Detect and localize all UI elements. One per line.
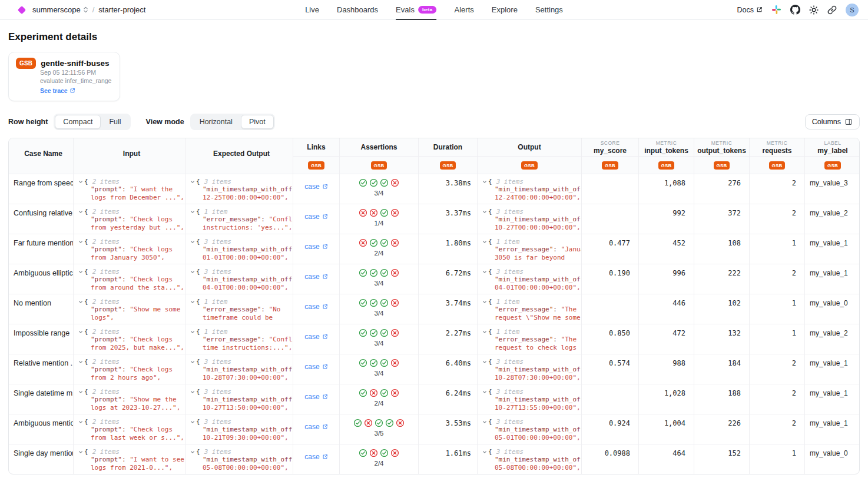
json-value: logs from 2021-0...",	[91, 464, 173, 472]
expander-chevron-icon[interactable]	[190, 270, 195, 274]
json-item-count: 3 items	[496, 358, 524, 366]
expander-chevron-icon[interactable]	[78, 420, 83, 424]
column-kicker: METRIC	[639, 140, 694, 146]
expander-chevron-icon[interactable]	[78, 330, 83, 334]
expander-chevron-icon[interactable]	[482, 360, 487, 364]
json-value: "Check logs	[130, 426, 173, 433]
case-name-cell: No mention	[9, 294, 74, 324]
expander-chevron-icon[interactable]	[190, 180, 195, 184]
json-line: "prompt": "Check logs	[91, 245, 185, 254]
json-item-count: 3 items	[496, 178, 524, 185]
expander-chevron-icon[interactable]	[482, 300, 487, 304]
case-trace-link[interactable]: case	[304, 393, 327, 401]
expander-chevron-icon[interactable]	[190, 360, 195, 364]
project-name[interactable]: starter-project	[98, 5, 145, 14]
experiment-badge: GSB	[308, 161, 324, 170]
nav-item-explore[interactable]: Explore	[492, 0, 518, 20]
expander-chevron-icon[interactable]	[190, 390, 195, 394]
case-trace-link[interactable]: case	[304, 182, 327, 191]
json-item-count: 3 items	[204, 418, 231, 426]
expander-chevron-icon[interactable]	[482, 210, 487, 214]
case-trace-link[interactable]: case	[304, 213, 327, 221]
json-value: 05-01T00:00:00+00:00",	[495, 434, 581, 442]
docs-link[interactable]: Docs	[737, 6, 763, 14]
json-key: "min_timestamp_with_offset"	[203, 366, 293, 373]
json-line: 12-24T00:00:00+00:00",	[495, 194, 581, 202]
expander-chevron-icon[interactable]	[482, 330, 487, 334]
expander-chevron-icon[interactable]	[482, 390, 487, 394]
check-circle-icon	[369, 178, 378, 187]
expander-chevron-icon[interactable]	[78, 180, 83, 184]
json-line: logs from December ...",	[91, 194, 185, 202]
expander-chevron-icon[interactable]	[190, 330, 195, 334]
json-cell: {3 items"min_timestamp_with_offset"10-28…	[478, 354, 582, 384]
expander-chevron-icon[interactable]	[78, 240, 83, 244]
org-switcher[interactable]: summerscope	[32, 5, 88, 14]
external-link-icon	[322, 334, 328, 340]
json-cell: {2 items"prompt": "Check logsfrom around…	[74, 264, 185, 294]
row-height-full-button[interactable]: Full	[101, 115, 129, 129]
expander-chevron-icon[interactable]	[78, 300, 83, 304]
slack-button[interactable]	[771, 5, 781, 15]
case-link-label: case	[304, 243, 319, 251]
case-trace-link[interactable]: case	[304, 303, 327, 311]
my-score-cell: 0.924	[582, 414, 639, 444]
chevron-down-icon	[78, 180, 83, 184]
output-tokens-cell: 152	[694, 444, 750, 474]
expander-chevron-icon[interactable]	[482, 270, 487, 274]
json-value: 04-01T00:00:00+00:00",	[203, 284, 289, 291]
nav-item-dashboards[interactable]: Dashboards	[337, 0, 378, 20]
nav-item-evals[interactable]: Evalsbeta	[396, 0, 436, 20]
expander-chevron-icon[interactable]	[190, 210, 195, 214]
assertions-cell: 3/4	[340, 294, 419, 324]
case-trace-link[interactable]: case	[304, 333, 327, 341]
assertions-cell: 3/4	[340, 324, 419, 354]
json-line: request to check logs	[495, 344, 581, 352]
expander-chevron-icon[interactable]	[78, 210, 83, 214]
check-circle-icon	[359, 389, 367, 397]
experiment-badge: GSB	[658, 161, 675, 170]
case-name-cell: Impossible range	[9, 324, 74, 354]
see-trace-link[interactable]: See trace	[40, 87, 75, 94]
chevron-down-icon	[190, 180, 195, 184]
case-trace-link[interactable]: case	[304, 273, 327, 281]
json-key: "min_timestamp_with_offset"	[495, 275, 581, 283]
expander-chevron-icon[interactable]	[482, 420, 487, 424]
json-open-brace: {	[84, 178, 88, 185]
view-mode-pivot-button[interactable]: Pivot	[241, 115, 274, 129]
requests-cell: 2	[750, 354, 805, 384]
expander-chevron-icon[interactable]	[482, 450, 487, 454]
expander-chevron-icon[interactable]	[482, 240, 487, 244]
avatar[interactable]: S	[846, 4, 859, 16]
github-button[interactable]	[790, 5, 800, 15]
my-label-cell: my_value_0	[805, 294, 860, 324]
expander-chevron-icon[interactable]	[482, 180, 487, 184]
json-line: timeframe could be	[203, 314, 293, 322]
nav-item-settings[interactable]: Settings	[535, 0, 563, 20]
expander-chevron-icon[interactable]	[190, 450, 195, 454]
expander-chevron-icon[interactable]	[78, 390, 83, 394]
case-trace-link[interactable]: case	[304, 243, 327, 251]
external-link-icon	[756, 6, 763, 13]
case-trace-link[interactable]: case	[304, 363, 327, 371]
expander-chevron-icon[interactable]	[190, 300, 195, 304]
expander-chevron-icon[interactable]	[190, 420, 195, 424]
expander-chevron-icon[interactable]	[78, 450, 83, 454]
theme-toggle-button[interactable]	[809, 5, 819, 15]
nav-item-live[interactable]: Live	[305, 0, 319, 20]
column-header-label: input_tokens	[644, 147, 688, 155]
expander-chevron-icon[interactable]	[190, 240, 195, 244]
share-link-button[interactable]	[827, 5, 837, 15]
nav-item-alerts[interactable]: Alerts	[455, 0, 474, 20]
columns-button[interactable]: Columns	[805, 114, 860, 130]
column-header-expected: Expected Output	[185, 138, 293, 174]
case-trace-link[interactable]: case	[304, 423, 327, 431]
row-height-compact-button[interactable]: Compact	[55, 115, 101, 129]
expander-chevron-icon[interactable]	[78, 360, 83, 364]
view-mode-horizontal-button[interactable]: Horizontal	[191, 115, 241, 129]
table-row: Relative mention ...{2 items"prompt": "C…	[9, 354, 860, 384]
external-link-icon	[322, 304, 328, 310]
expander-chevron-icon[interactable]	[78, 270, 83, 274]
case-trace-link[interactable]: case	[304, 453, 327, 461]
updown-chevron-icon	[83, 6, 88, 14]
